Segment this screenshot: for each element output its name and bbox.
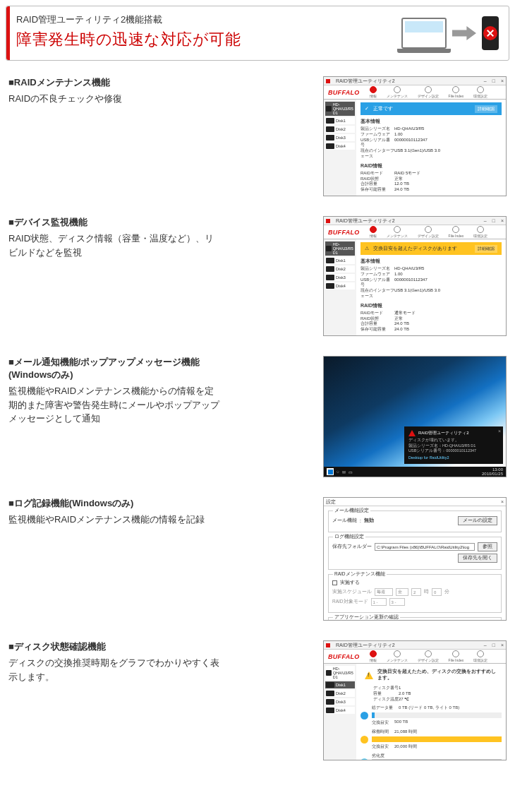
folder-input[interactable]: C:\Program Files (x86)\BUFFALO\RaidUtili… xyxy=(375,543,475,551)
section-desc: ディスクの交換推奨時期をグラフでわかりやすく表示します。 xyxy=(8,656,220,683)
screenshot-disk-status: RAID管理ユーティリティ2–□× BUFFALO 情報 メンテナンス デザイン… xyxy=(323,640,507,760)
section-desc: RAIDの不良チェックや修復 xyxy=(8,92,220,106)
laptop-icon xyxy=(401,18,447,49)
hero-graphic xyxy=(401,16,499,50)
mail-icon[interactable]: ✉ xyxy=(342,470,346,474)
cortana-icon[interactable]: ○ xyxy=(337,470,339,474)
app-icon xyxy=(326,79,330,83)
arrow-icon xyxy=(452,25,476,41)
warning-icon xyxy=(365,671,373,679)
store-icon[interactable]: ▭ xyxy=(349,470,353,474)
notification-toast[interactable]: × RAID管理ユーティリティ2 ディスクが壊れています。 製品シリーズ名：HD… xyxy=(404,426,503,464)
runtime-icon xyxy=(360,736,368,744)
degradation-graph xyxy=(372,759,502,760)
section-device-monitor: ■デバイス監視機能 RAID状態、ディスク情報（容量・温度など）、リビルドなどを… xyxy=(8,216,507,336)
tab-option[interactable]: 環境設定 xyxy=(473,86,487,98)
section-desc: 監視機能やRAIDメンテナンス機能からの情報を定期的また障害や警告発生時にメール… xyxy=(8,384,220,426)
warning-banner: 交換目安を超えたため、ディスクの交換をおすすめします。 xyxy=(360,667,502,683)
disk-icon xyxy=(482,16,499,50)
open-folder-button[interactable]: 保存先を開く xyxy=(458,554,497,563)
desktop-bg: × RAID管理ユーティリティ2 ディスクが壊れています。 製品シリーズ名：HD… xyxy=(324,357,506,477)
section-mail-popup: ■メール通知機能/ポップアップメッセージ機能 (Windowsのみ) 監視機能や… xyxy=(8,356,507,477)
screenshot-maintenance: RAID管理ユーティリティ2–□× BUFFALO 情報 メンテナンス デザイン… xyxy=(323,76,507,196)
section-desc: RAID状態、ディスク情報（容量・温度など）、リビルドなどを監視 xyxy=(8,232,220,259)
group-mail: メール機能設定 メール機能:無効メールの設定 xyxy=(328,511,502,532)
section-heading: ■メール通知機能/ポップアップメッセージ機能 (Windowsのみ) xyxy=(8,356,220,381)
section-heading: ■ディスク状態確認機能 xyxy=(8,640,220,653)
toast-close-icon[interactable]: × xyxy=(498,429,501,434)
start-icon[interactable] xyxy=(327,468,334,475)
section-heading: ■ログ記録機能(Windowsのみ) xyxy=(8,497,220,510)
status-strip: ✓正常です詳細確認 xyxy=(360,102,502,115)
min-icon[interactable]: – xyxy=(484,78,487,83)
section-log: ■ログ記録機能(Windowsのみ) 監視機能やRAIDメンテナンス機能の情報を… xyxy=(8,497,507,621)
data-volume-icon xyxy=(360,712,368,720)
basic-info-heading: 基本情報 xyxy=(360,118,502,125)
tab-info[interactable]: 情報 xyxy=(370,86,377,98)
screenshot-settings: 設定× メール機能設定 メール機能:無効メールの設定 ログ機能設定 保存先フォル… xyxy=(323,497,507,621)
sidebar-disk3[interactable]: Disk3 xyxy=(325,134,355,141)
group-raid-maint: RAIDメンテナンス機能 実施する 実施スケジュール毎週金2時0分 RAID対象… xyxy=(328,574,502,613)
section-heading: ■デバイス監視機能 xyxy=(8,216,220,229)
tab-maintenance[interactable]: メンテナンス xyxy=(387,86,408,98)
hero-banner: RAID管理ユーティリティ2機能搭載 障害発生時の迅速な対応が可能 xyxy=(6,6,509,61)
toast-title: RAID管理ユーティリティ2 xyxy=(418,430,469,436)
window-title: RAID管理ユーティリティ2 xyxy=(336,217,395,225)
sidebar-disk2[interactable]: Disk2 xyxy=(325,126,355,133)
section-heading: ■RAIDメンテナンス機能 xyxy=(8,76,220,89)
sidebar: HD-QHA/U3/R5 D1 Disk1 Disk2 Disk3 Disk4 xyxy=(324,100,356,196)
tab-file[interactable]: File Index xyxy=(449,86,464,98)
brand-logo: BUFFALO xyxy=(328,89,360,96)
screenshot-popup: × RAID管理ユーティリティ2 ディスクが壊れています。 製品シリーズ名：HD… xyxy=(323,356,507,477)
mail-settings-button[interactable]: メールの設定 xyxy=(458,516,497,525)
browse-button[interactable]: 参照 xyxy=(478,542,497,551)
section-desc: 監視機能やRAIDメンテナンス機能の情報を記録 xyxy=(8,513,220,527)
dialog-title: 設定 xyxy=(326,498,336,506)
section-disk-status: ■ディスク状態確認機能 ディスクの交換推奨時期をグラフでわかりやすく表示します。… xyxy=(8,640,507,760)
tab-setting[interactable]: デザイン設定 xyxy=(418,86,439,98)
sidebar-model[interactable]: HD-QHA/U3/R5 D1 xyxy=(325,102,355,116)
taskbar-clock: 13:002010/01/25 xyxy=(482,467,503,476)
detail-button[interactable]: 詳細確認 xyxy=(475,105,497,113)
taskbar[interactable]: ○ ✉ ▭ 13:002010/01/25 xyxy=(324,467,506,477)
screenshot-monitor: RAID管理ユーティリティ2–□× BUFFALO 情報 メンテナンス デザイン… xyxy=(323,216,507,336)
status-text: 正常です xyxy=(373,105,393,112)
degradation-icon xyxy=(360,758,368,760)
group-update: アプリケーション更新の確認 新しいバージョンがある場合にお知らせする xyxy=(328,617,502,621)
section-raid-maintenance: ■RAIDメンテナンス機能 RAIDの不良チェックや修復 RAID管理ユーティリ… xyxy=(8,76,507,196)
error-x-icon xyxy=(483,26,497,40)
max-icon[interactable]: □ xyxy=(492,78,495,83)
sidebar-disk4[interactable]: Disk4 xyxy=(325,143,355,150)
warning-strip: ⚠交換目安を超えたディスクがあります詳細確認 xyxy=(360,242,502,255)
alert-icon xyxy=(408,430,416,436)
group-log: ログ機能設定 保存先フォルダーC:\Program Files (x86)\BU… xyxy=(328,537,502,570)
window-title: RAID管理ユーティリティ2 xyxy=(336,78,395,85)
close-icon[interactable]: × xyxy=(501,78,504,83)
enable-checkbox[interactable] xyxy=(332,580,337,585)
raid-info-heading: RAID情報 xyxy=(360,162,502,169)
sidebar-disk1[interactable]: Disk1 xyxy=(325,117,355,124)
